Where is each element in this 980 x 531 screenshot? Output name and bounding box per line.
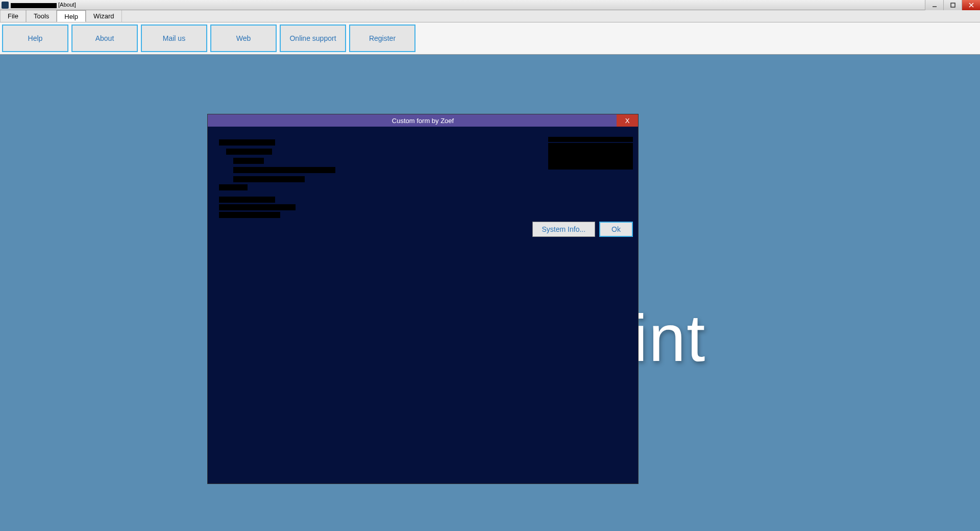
ribbon-help-button[interactable]: Help xyxy=(2,25,68,52)
ribbon-about-button[interactable]: About xyxy=(71,25,138,52)
about-side-panel xyxy=(548,136,633,170)
about-info-block xyxy=(219,138,393,184)
ribbon-toolbar: Help About Mail us Web Online support Re… xyxy=(0,22,980,55)
dialog-close-button[interactable]: X xyxy=(617,114,638,127)
minimize-button[interactable] xyxy=(925,0,943,10)
menu-file[interactable]: File xyxy=(0,10,26,22)
background-watermark-text: int xyxy=(633,300,706,376)
ribbon-register-button[interactable]: Register xyxy=(349,25,415,52)
about-credits-block xyxy=(219,183,352,218)
svg-rect-1 xyxy=(951,3,955,7)
ribbon-mailus-button[interactable]: Mail us xyxy=(141,25,207,52)
ok-button[interactable]: Ok xyxy=(599,222,633,237)
maximize-button[interactable] xyxy=(943,0,962,10)
close-button[interactable] xyxy=(962,0,980,10)
ribbon-web-button[interactable]: Web xyxy=(210,25,277,52)
dialog-title-text: Custom form by Zoef xyxy=(392,117,454,125)
system-info-button[interactable]: System Info... xyxy=(532,222,596,237)
menu-tools[interactable]: Tools xyxy=(26,10,57,22)
workspace: int Custom form by Zoef X xyxy=(0,55,980,531)
dialog-titlebar[interactable]: Custom form by Zoef X xyxy=(208,114,638,127)
window-titlebar: [About] xyxy=(0,0,980,10)
dialog-button-row: System Info... Ok xyxy=(532,222,633,237)
menu-wizard[interactable]: Wizard xyxy=(86,10,121,22)
app-icon xyxy=(2,2,9,9)
about-dialog: Custom form by Zoef X Sy xyxy=(208,114,638,484)
menu-bar: File Tools Help Wizard xyxy=(0,10,980,22)
ribbon-onlinesupport-button[interactable]: Online support xyxy=(280,25,346,52)
window-title: [About] xyxy=(11,2,76,8)
menu-help[interactable]: Help xyxy=(57,10,86,22)
